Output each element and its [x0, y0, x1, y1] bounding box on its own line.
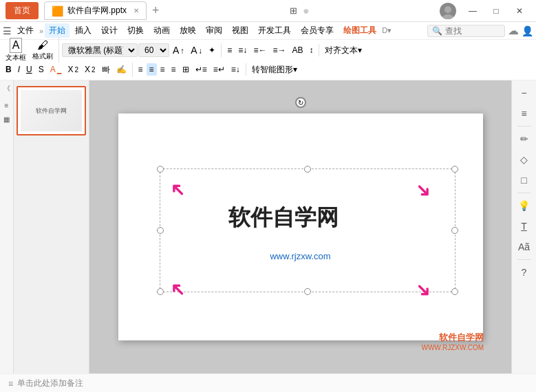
clear-format-button[interactable]: ✦: [206, 44, 218, 56]
cloud-icon[interactable]: ☁: [508, 24, 519, 37]
add-tab-button[interactable]: +: [152, 3, 160, 18]
font-group: 微软雅黑 (标题) 60 A↑ A↓ ✦: [62, 43, 222, 57]
svg-point-1: [442, 14, 453, 19]
handle-br[interactable]: [451, 288, 458, 295]
menu-design[interactable]: 设计: [97, 23, 122, 38]
rp-minus-button[interactable]: −: [515, 83, 534, 102]
handle-mr[interactable]: [451, 227, 458, 234]
slide-title[interactable]: 软件自学网: [228, 203, 339, 233]
titlebar-right: — □ ✕: [440, 3, 530, 19]
decrease-indent-button[interactable]: ≡←: [250, 44, 269, 56]
rp-shape-button[interactable]: ◇: [515, 150, 534, 169]
minimize-button[interactable]: —: [462, 4, 484, 18]
strikethrough-button[interactable]: S: [36, 63, 47, 76]
menu-draw-tools[interactable]: 绘图工具: [339, 23, 380, 38]
menu-insert[interactable]: 插入: [71, 23, 96, 38]
menu-view[interactable]: 视图: [228, 23, 253, 38]
user-avatar[interactable]: [440, 3, 456, 19]
highlight-button[interactable]: ✍: [114, 63, 129, 76]
superscript-button[interactable]: X2: [65, 63, 81, 76]
smart-shape-button[interactable]: 转智能图形▾: [249, 63, 300, 77]
titlebar-center: ⊞ ●: [160, 5, 440, 17]
justify-button[interactable]: ≡: [169, 63, 179, 76]
indent3-button[interactable]: ≡↓: [228, 63, 243, 76]
textbox-icon: A: [10, 38, 23, 53]
increase-indent-button[interactable]: ≡→: [270, 44, 288, 56]
columns-button[interactable]: ⊞: [180, 63, 192, 76]
maximize-button[interactable]: □: [485, 4, 507, 18]
handle-bc[interactable]: [304, 288, 311, 295]
rp-help-button[interactable]: ?: [515, 263, 534, 282]
rp-pen-button[interactable]: ✏: [515, 129, 534, 149]
rp-rectangle-button[interactable]: □: [515, 171, 534, 190]
font-name-select[interactable]: 微软雅黑 (标题): [62, 43, 138, 57]
handle-bl[interactable]: [157, 288, 164, 295]
direction-button[interactable]: AB: [289, 44, 305, 56]
handle-tc[interactable]: [304, 166, 311, 173]
outline-icon[interactable]: ▦: [1, 113, 12, 124]
handle-ml[interactable]: [157, 227, 164, 234]
arrow-tr: ➜: [409, 177, 437, 204]
menu-overflow[interactable]: D▾: [382, 26, 392, 35]
file-close-icon[interactable]: ✕: [133, 7, 139, 14]
share-icon[interactable]: 👤: [522, 25, 533, 36]
search-input[interactable]: [445, 26, 500, 36]
menu-slideshow[interactable]: 放映: [175, 23, 200, 38]
home-button[interactable]: 首页: [6, 2, 39, 19]
bold-button[interactable]: B: [3, 63, 14, 76]
rp-layers-button[interactable]: ≡: [515, 104, 534, 123]
align-left-button[interactable]: ≡: [136, 63, 146, 76]
hamburger-icon[interactable]: ☰: [3, 25, 12, 36]
line-spacing-button[interactable]: ↕: [306, 44, 316, 56]
file-name: 软件自学网.pptx: [67, 5, 127, 17]
rp-lightbulb-button[interactable]: 💡: [515, 196, 534, 215]
underline-button[interactable]: U: [23, 63, 35, 76]
italic-button[interactable]: I: [15, 63, 23, 76]
left-panel: 《 ≡ ▦: [0, 80, 14, 373]
char-spacing-button[interactable]: 빠: [99, 63, 113, 77]
canvas-area[interactable]: ↻ 软件自学网 www.rjzxw.com ➜ ➜: [89, 80, 511, 373]
slide-subtitle[interactable]: www.rjzxw.com: [118, 251, 483, 261]
numbering-button[interactable]: ≡↓: [235, 44, 250, 56]
align-right-button[interactable]: ≡: [158, 63, 168, 76]
slide-list-icon[interactable]: ≡: [1, 100, 12, 111]
arrow-tl: ➜: [164, 177, 191, 204]
close-button[interactable]: ✕: [508, 4, 530, 18]
menu-animation[interactable]: 动画: [149, 23, 174, 38]
grow-font-button[interactable]: A↑: [170, 43, 187, 57]
slide-canvas: ↻ 软件自学网 www.rjzxw.com ➜ ➜: [118, 113, 483, 340]
bullets-button[interactable]: ≡: [224, 44, 235, 56]
rp-separator-1: [517, 126, 531, 127]
slide-panel: 1 软件自学网: [14, 80, 89, 373]
rp-text-button[interactable]: T: [515, 217, 534, 236]
font-size-select[interactable]: 60: [138, 43, 169, 57]
menu-transition[interactable]: 切换: [123, 23, 148, 38]
menu-developer[interactable]: 开发工具: [254, 23, 295, 38]
slide-thumb-text: 软件自学网: [36, 107, 67, 116]
handle-tl[interactable]: [157, 166, 164, 173]
arrow-bl: ➜: [164, 276, 191, 304]
shrink-font-button[interactable]: A↓: [188, 43, 205, 57]
align-center-button[interactable]: ≡: [147, 63, 157, 76]
subscript-button[interactable]: X2: [82, 63, 98, 76]
rp-aa-button[interactable]: Aã: [515, 237, 534, 257]
menu-home[interactable]: 开始: [45, 23, 69, 38]
indent2-button[interactable]: ≡↵: [211, 63, 228, 76]
align-text-button[interactable]: 对齐文本▾: [322, 43, 365, 58]
textbox-button[interactable]: A 文本框: [3, 38, 29, 63]
indent1-button[interactable]: ↵≡: [193, 63, 210, 76]
handle-tr[interactable]: [451, 166, 458, 173]
collapse-panel-button[interactable]: 《: [1, 83, 12, 94]
rotate-handle[interactable]: ↻: [295, 97, 306, 108]
file-tab[interactable]: 🟧 软件自学网.pptx ✕: [44, 1, 147, 20]
search-box[interactable]: 🔍: [427, 25, 505, 37]
menu-file[interactable]: 文件: [13, 23, 38, 38]
font-color-button[interactable]: A_: [47, 63, 65, 76]
menu-member[interactable]: 会员专享: [297, 23, 338, 38]
toolbar-row2: B I U S A_ X2 X2 빠 ✍ ≡ ≡ ≡ ≡ ⊞ ↵≡ ≡↵ ≡↓ …: [3, 61, 533, 78]
notes-placeholder[interactable]: 单击此处添加备注: [17, 378, 83, 389]
menu-review[interactable]: 审阅: [202, 23, 226, 38]
slide-item-1[interactable]: 1 软件自学网: [17, 86, 86, 135]
format-brush-button[interactable]: 🖌 格式刷: [30, 38, 56, 63]
menu-more-icon[interactable]: »: [39, 27, 43, 35]
